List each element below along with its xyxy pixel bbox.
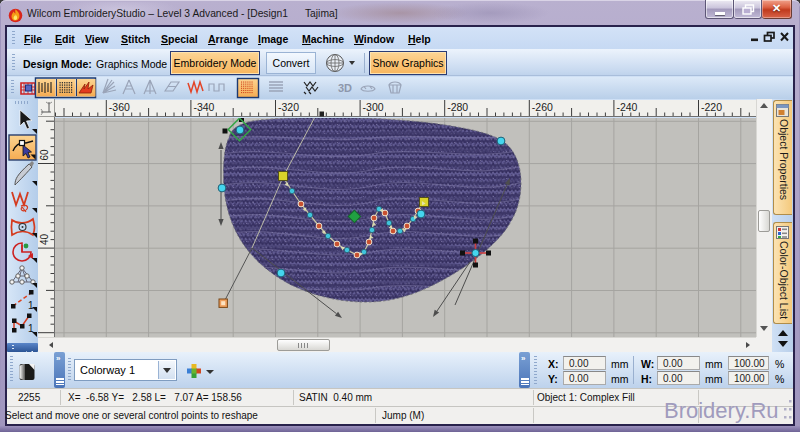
svg-text:-280: -280 bbox=[447, 101, 468, 113]
svg-text:40: 40 bbox=[39, 234, 50, 246]
svg-text:-260: -260 bbox=[532, 101, 553, 113]
svg-text:3D: 3D bbox=[338, 82, 352, 94]
svg-text:-360: -360 bbox=[109, 101, 130, 113]
svg-text:-340: -340 bbox=[193, 101, 214, 113]
svg-text:1: 1 bbox=[28, 300, 34, 311]
svg-text:-220: -220 bbox=[701, 101, 722, 113]
svg-text:-300: -300 bbox=[363, 101, 384, 113]
svg-text:-320: -320 bbox=[278, 101, 299, 113]
svg-text:60: 60 bbox=[39, 149, 50, 161]
svg-text:-240: -240 bbox=[616, 101, 637, 113]
